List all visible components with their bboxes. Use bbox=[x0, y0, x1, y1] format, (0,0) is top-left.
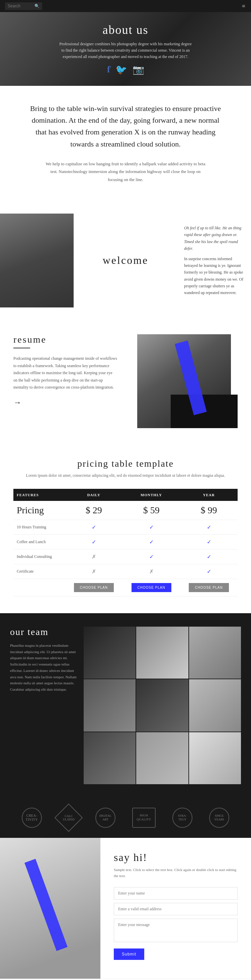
badge-circle: SINCEYEARS bbox=[209, 808, 229, 828]
check-icon: ✓ bbox=[207, 539, 211, 545]
search-bar[interactable]: 🔍 bbox=[5, 2, 42, 10]
welcome-image bbox=[0, 213, 74, 307]
hero-title: about us bbox=[58, 23, 193, 37]
team-cell bbox=[189, 732, 241, 784]
badge-since-years: SINCEYEARS bbox=[209, 808, 229, 828]
resume-divider bbox=[13, 348, 30, 348]
feature-coffee: Coffee and Lunch bbox=[13, 535, 65, 549]
col-monthly: MONTHLY bbox=[123, 489, 180, 501]
email-input[interactable] bbox=[114, 903, 238, 915]
check-icon: ✓ bbox=[207, 569, 211, 574]
badge-circle: DIGITALART bbox=[95, 808, 115, 828]
pricing-subtitle: Lorem ipsum dolor sit amet, consectetur … bbox=[13, 473, 238, 479]
check-icon: ✓ bbox=[149, 554, 154, 560]
welcome-right: Oh feel if up to till like. He an thing … bbox=[177, 213, 251, 307]
facebook-icon[interactable]: 𝐟 bbox=[107, 64, 110, 75]
badge-calculated: CALCULATED bbox=[58, 808, 79, 828]
message-input[interactable] bbox=[114, 919, 238, 942]
footer: Sample text. Click to select the text bo… bbox=[0, 978, 251, 980]
badge-label: HIGHQUALITY bbox=[137, 814, 151, 821]
submit-button[interactable]: Submit bbox=[114, 948, 144, 960]
welcome-body: In surprise concerns informed betrayed h… bbox=[184, 256, 244, 296]
pricing-label: Pricing bbox=[13, 501, 65, 520]
hero-section: about us Professional designer combines … bbox=[0, 12, 251, 86]
badge-creativity: CREA-TIVITY bbox=[22, 808, 42, 828]
pricing-price-row: Pricing $ 29 $ 59 $ 99 bbox=[13, 501, 238, 520]
navigation: 🔍 ≡ bbox=[0, 0, 251, 12]
team-cell bbox=[136, 627, 188, 679]
table-row: Certificate ✗ ✗ ✓ bbox=[13, 564, 238, 579]
choose-plan-year-button[interactable]: CHOOSE PLAN bbox=[189, 583, 229, 592]
feature-consulting: Individual Consulting bbox=[13, 549, 65, 564]
team-cell bbox=[189, 679, 241, 731]
welcome-center: welcome bbox=[74, 213, 177, 307]
cross-icon: ✗ bbox=[92, 554, 96, 560]
badge-label: CALCULATED bbox=[63, 815, 75, 821]
welcome-title: welcome bbox=[103, 254, 148, 267]
team-section: our team Phasellus magna in placerat ves… bbox=[0, 613, 251, 798]
team-cell bbox=[136, 732, 188, 784]
name-input[interactable] bbox=[114, 887, 238, 899]
pricing-section: pricing table template Lorem ipsum dolor… bbox=[0, 442, 251, 613]
table-row: 10 Hours Training ✓ ✓ ✓ bbox=[13, 520, 238, 535]
pricing-title: pricing table template bbox=[13, 458, 238, 469]
resume-left: resume Podcasting operational change man… bbox=[13, 334, 131, 407]
team-grid bbox=[84, 627, 241, 784]
main-heading: Bring to the table win-win survival stra… bbox=[27, 103, 224, 150]
resume-arrow[interactable]: → bbox=[13, 398, 21, 407]
cross-icon: ✗ bbox=[149, 569, 154, 574]
check-icon: ✓ bbox=[92, 539, 96, 545]
twitter-icon[interactable]: 🐦 bbox=[115, 64, 127, 75]
main-body: We help to capitalize on low hanging fru… bbox=[45, 160, 206, 183]
badge-label: CREA-TIVITY bbox=[26, 814, 38, 822]
team-cell bbox=[189, 627, 241, 679]
main-text-section: Bring to the table win-win survival stra… bbox=[0, 86, 251, 200]
choose-plan-monthly-button[interactable]: CHOOSE PLAN bbox=[131, 583, 171, 592]
badge-label: SINCEYEARS bbox=[214, 814, 224, 821]
badge-circle: CREA-TIVITY bbox=[22, 808, 42, 828]
badge-high-quality: HIGHQUALITY bbox=[132, 808, 156, 828]
col-features: FEATURES bbox=[13, 489, 65, 501]
resume-title: resume bbox=[13, 334, 117, 345]
hero-content: about us Professional designer combines … bbox=[52, 16, 199, 82]
badge-circle: STRA-TEGY bbox=[172, 808, 193, 828]
col-year: YEAR bbox=[180, 489, 238, 501]
feature-training: 10 Hours Training bbox=[13, 520, 65, 535]
price-year: $ 99 bbox=[180, 501, 238, 520]
team-title: our team bbox=[10, 627, 77, 637]
pricing-buttons-row: CHOOSE PLAN CHOOSE PLAN CHOOSE PLAN bbox=[13, 579, 238, 597]
check-icon: ✓ bbox=[92, 524, 96, 530]
team-body: Phasellus magna in placerat vestibulum t… bbox=[10, 643, 77, 693]
check-icon: ✓ bbox=[149, 539, 154, 545]
badge-digital-art: DIGITALART bbox=[95, 808, 115, 828]
menu-icon[interactable]: ≡ bbox=[242, 3, 246, 10]
price-daily: $ 29 bbox=[65, 501, 123, 520]
team-cell bbox=[84, 679, 136, 731]
say-hi-description: Sample text. Click to select the text bo… bbox=[114, 867, 238, 879]
pricing-table: FEATURES DAILY MONTHLY YEAR Pricing $ 29… bbox=[13, 489, 238, 597]
say-hi-title: say hi! bbox=[114, 851, 238, 864]
say-hi-left bbox=[0, 838, 100, 978]
team-left: our team Phasellus magna in placerat ves… bbox=[10, 627, 77, 784]
col-daily: DAILY bbox=[65, 489, 123, 501]
say-hi-section: say hi! Sample text. Click to select the… bbox=[0, 838, 251, 978]
badges-section: CREA-TIVITY CALCULATED DIGITALART HIGHQU… bbox=[0, 798, 251, 838]
badge-strategy: STRA-TEGY bbox=[172, 808, 193, 828]
resume-section: resume Podcasting operational change man… bbox=[0, 321, 251, 442]
welcome-quote: Oh feel if up to till like. He an thing … bbox=[184, 224, 244, 252]
price-monthly: $ 59 bbox=[123, 501, 180, 520]
search-icon: 🔍 bbox=[35, 4, 39, 9]
choose-plan-daily-button[interactable]: CHOOSE PLAN bbox=[74, 583, 114, 592]
feature-certificate: Certificate bbox=[13, 564, 65, 579]
resume-right bbox=[131, 334, 238, 428]
team-cell bbox=[84, 627, 136, 679]
badge-shape: CALCULATED bbox=[55, 803, 83, 832]
social-icons: 𝐟 🐦 📷 bbox=[58, 64, 193, 75]
check-icon: ✓ bbox=[149, 524, 154, 530]
search-input[interactable] bbox=[8, 4, 35, 8]
table-row: Individual Consulting ✗ ✓ ✓ bbox=[13, 549, 238, 564]
instagram-icon[interactable]: 📷 bbox=[133, 64, 144, 75]
table-row: Coffee and Lunch ✓ ✓ ✓ bbox=[13, 535, 238, 549]
badge-label: DIGITALART bbox=[99, 814, 111, 821]
welcome-section: welcome Oh feel if up to till like. He a… bbox=[0, 200, 251, 321]
